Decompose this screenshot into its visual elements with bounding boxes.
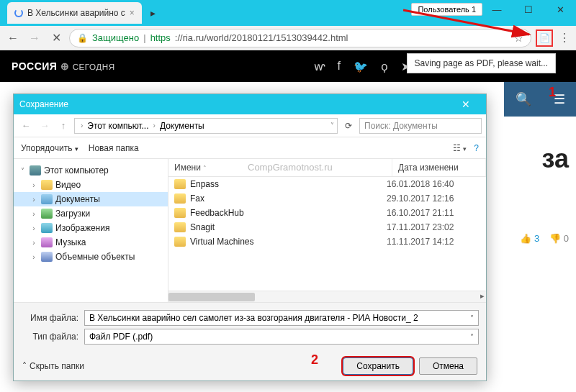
dialog-titlebar[interactable]: Сохранение ✕ — [14, 94, 486, 114]
dialog-body: ˅Этот компьютер›Видео›Документы›Загрузки… — [14, 159, 486, 302]
col-name[interactable]: Имени ˄ — [168, 159, 392, 176]
tree-twisty-icon[interactable]: › — [30, 239, 38, 247]
dialog-close-button[interactable]: ✕ — [451, 99, 480, 110]
file-date: 17.11.2017 23:02 — [387, 222, 480, 232]
new-tab-button[interactable]: ▸ — [146, 6, 161, 20]
chevron-down-icon[interactable]: ˅ — [470, 333, 474, 341]
nav-forward-button[interactable]: → — [37, 120, 53, 131]
back-button[interactable]: ← — [4, 29, 22, 47]
facebook-icon[interactable]: f — [338, 60, 341, 73]
folder-icon — [174, 237, 186, 247]
thumbs-down-icon[interactable]: 👎 0 — [549, 233, 569, 244]
callout-1: 1 — [549, 85, 556, 100]
tree-item[interactable]: ›Видео — [14, 178, 168, 192]
twitter-icon[interactable]: 🐦 — [354, 60, 368, 73]
svg-line-0 — [403, 10, 529, 35]
list-item[interactable]: Fax29.10.2017 12:16 — [168, 191, 486, 206]
tree-label: Документы — [55, 194, 100, 204]
thumbs-up-icon[interactable]: 👍 3 — [520, 233, 539, 244]
ok-icon[interactable]: ϙ — [381, 60, 388, 73]
dialog-search-input[interactable]: Поиск: Документы — [359, 118, 482, 134]
file-name: Enpass — [190, 179, 387, 189]
nav-back-button[interactable]: ← — [18, 120, 34, 131]
filename-input[interactable]: В Хельсинки аварийно сел самолет из-за в… — [84, 310, 479, 326]
list-item[interactable]: Enpass16.01.2018 16:40 — [168, 177, 486, 191]
tree-twisty-icon[interactable]: › — [30, 253, 38, 261]
folder-tree[interactable]: ˅Этот компьютер›Видео›Документы›Загрузки… — [14, 159, 168, 302]
tree-label: Видео — [55, 180, 81, 190]
scrollbar-thumb[interactable] — [168, 293, 255, 301]
save-dialog: Сохранение ✕ ← → ↑ › Этот компьют... › Д… — [13, 94, 487, 381]
folder-icon — [41, 209, 53, 219]
file-date: 16.10.2017 21:11 — [387, 208, 480, 218]
file-date: 11.11.2017 14:12 — [387, 237, 480, 247]
save-button[interactable]: Сохранить — [343, 357, 413, 375]
filetype-label: Тип файла: — [21, 332, 78, 342]
tree-label: Изображения — [55, 223, 109, 233]
tree-twisty-icon[interactable]: › — [30, 224, 38, 232]
tree-twisty-icon[interactable]: › — [30, 210, 38, 218]
list-item[interactable]: Virtual Machines11.11.2017 14:12 — [168, 234, 486, 249]
tree-twisty-icon[interactable]: › — [30, 181, 38, 189]
globe-icon: ⊕ — [60, 60, 70, 72]
list-header: Имени ˄ Дата изменени — [168, 159, 486, 177]
folder-icon — [41, 180, 53, 190]
horizontal-scrollbar[interactable]: ◂ ▸ — [168, 291, 486, 302]
folder-icon — [174, 208, 186, 218]
search-icon[interactable]: 🔍 — [516, 91, 531, 107]
filetype-select[interactable]: Файл PDF (.pdf) ˅ — [84, 329, 479, 345]
hide-folders-toggle[interactable]: ˄ Скрыть папки — [22, 361, 84, 371]
dialog-footer: ˄ Скрыть папки Сохранить Отмена — [14, 352, 486, 380]
crumb-leaf[interactable]: Документы — [158, 121, 206, 131]
filename-label: Имя файла: — [21, 313, 78, 323]
crumb-root[interactable]: Этот компьют... — [86, 121, 150, 131]
url-path: ://ria.ru/world/20180121/1513039442.html — [175, 32, 348, 43]
file-date: 29.10.2017 12:16 — [387, 193, 480, 204]
stop-button[interactable]: ✕ — [48, 29, 65, 47]
scroll-right-icon[interactable]: ▸ — [480, 291, 485, 301]
refresh-button[interactable]: ⟳ — [341, 121, 356, 131]
dialog-toolbar: Упорядочить ▾ Новая папка ☷ ▾ ? — [14, 137, 486, 159]
new-folder-button[interactable]: Новая папка — [89, 143, 139, 153]
close-tab-icon[interactable]: × — [130, 8, 135, 18]
lock-icon: 🔒 — [77, 33, 88, 43]
col-date[interactable]: Дата изменени — [392, 159, 486, 176]
list-item[interactable]: FeedbackHub16.10.2017 21:11 — [168, 206, 486, 220]
organize-menu[interactable]: Упорядочить ▾ — [21, 143, 78, 153]
close-window-button[interactable]: ✕ — [544, 0, 576, 20]
cancel-button[interactable]: Отмена — [419, 357, 477, 375]
file-name: Fax — [190, 193, 387, 204]
filename-value: В Хельсинки аварийно сел самолет из-за в… — [89, 313, 418, 323]
folder-icon — [174, 193, 186, 204]
separator: | — [143, 32, 145, 43]
forward-button[interactable]: → — [26, 29, 43, 47]
chevron-right-icon: › — [153, 122, 156, 129]
tree-item[interactable]: ›Загрузки — [14, 206, 168, 221]
folder-icon — [41, 237, 53, 247]
folder-icon — [174, 222, 186, 232]
breadcrumb[interactable]: › Этот компьют... › Документы ˅ — [74, 118, 338, 134]
chevron-down-icon[interactable]: ˅ — [330, 122, 334, 129]
chrome-menu-button[interactable]: ⋮ — [557, 31, 572, 45]
site-logo[interactable]: РОССИЯ ⊕ СЕГОДНЯ — [12, 60, 115, 72]
tree-item[interactable]: ›Музыка — [14, 235, 168, 250]
view-mode-button[interactable]: ☷ ▾ — [453, 143, 467, 153]
help-button[interactable]: ? — [474, 143, 479, 153]
tree-item[interactable]: ˅Этот компьютер — [14, 163, 168, 178]
tree-item[interactable]: ›Изображения — [14, 221, 168, 235]
tree-twisty-icon[interactable]: ˅ — [18, 167, 27, 175]
browser-tab[interactable]: В Хельсинки аварийно с × — [7, 2, 142, 24]
vk-icon[interactable]: ⱳ — [314, 60, 325, 73]
tree-item[interactable]: ›Объемные объекты — [14, 250, 168, 264]
nav-up-button[interactable]: ↑ — [55, 120, 71, 131]
list-item[interactable]: Snagit17.11.2017 23:02 — [168, 220, 486, 234]
file-date: 16.01.2018 16:40 — [387, 179, 480, 189]
chevron-up-icon: ˄ — [22, 361, 27, 371]
list-rows[interactable]: Enpass16.01.2018 16:40Fax29.10.2017 12:1… — [168, 177, 486, 291]
chevron-down-icon[interactable]: ˅ — [470, 314, 474, 322]
tree-item[interactable]: ›Документы — [14, 192, 168, 206]
rating-bar: 👍 3 👎 0 — [520, 233, 569, 244]
tree-twisty-icon[interactable]: › — [30, 196, 38, 204]
folder-icon — [174, 179, 186, 189]
file-name: FeedbackHub — [190, 208, 387, 218]
